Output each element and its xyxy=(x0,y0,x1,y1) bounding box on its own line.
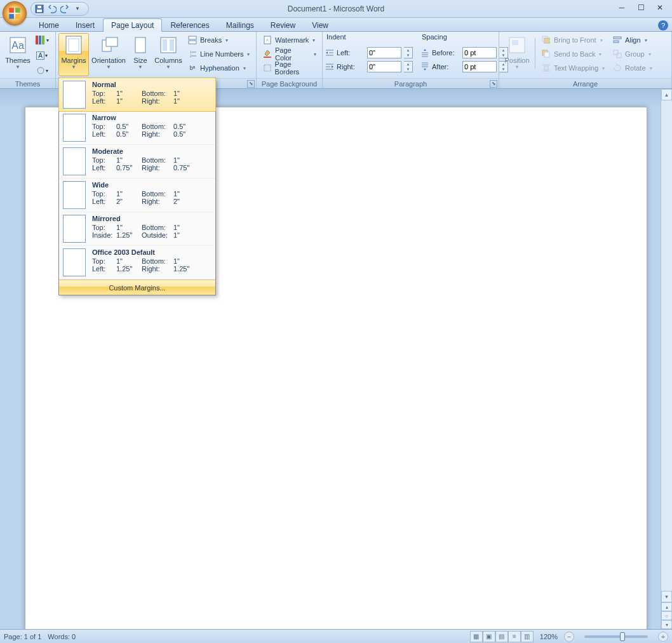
align-button[interactable]: Align▾ xyxy=(609,33,655,47)
svg-point-13 xyxy=(37,67,44,74)
tab-view[interactable]: View xyxy=(304,18,337,32)
zoom-slider-thumb[interactable] xyxy=(620,632,625,641)
office-button[interactable] xyxy=(3,1,27,25)
margin-option-normal[interactable]: Normal Top:1"Bottom:1" Left:1"Right:1" xyxy=(58,78,216,112)
watermark-icon: A xyxy=(262,35,272,45)
indent-left-spinner[interactable]: ▲▼ xyxy=(404,47,413,58)
draft-view-button[interactable]: ▥ xyxy=(521,631,534,642)
outline-view-button[interactable]: ≡ xyxy=(508,631,521,642)
page-setup-launcher[interactable]: ⬊ xyxy=(247,80,255,88)
indent-right-icon xyxy=(325,62,334,71)
svg-rect-3 xyxy=(9,14,14,19)
text-wrapping-button[interactable]: Text Wrapping▾ xyxy=(538,61,608,75)
tab-references[interactable]: References xyxy=(162,18,217,32)
browse-object-button[interactable]: ○ xyxy=(661,611,672,620)
paragraph-launcher[interactable]: ⬊ xyxy=(490,80,497,88)
custom-margins-button[interactable]: Custom Margins... xyxy=(59,280,215,295)
bring-to-front-button[interactable]: Bring to Front▾ xyxy=(538,33,608,47)
redo-icon[interactable] xyxy=(59,3,71,15)
tab-home[interactable]: Home xyxy=(30,18,67,32)
svg-rect-53 xyxy=(614,37,621,39)
columns-icon xyxy=(158,35,178,55)
close-button[interactable]: ✕ xyxy=(650,1,669,14)
svg-rect-50 xyxy=(544,66,548,70)
svg-rect-31 xyxy=(264,65,271,71)
group-button[interactable]: Group▾ xyxy=(609,47,655,61)
zoom-in-button[interactable]: + xyxy=(658,632,668,642)
breaks-button[interactable]: Breaks▾ xyxy=(184,33,253,47)
indent-left-input[interactable] xyxy=(367,47,401,58)
full-screen-view-button[interactable]: ▣ xyxy=(483,631,495,642)
send-to-back-button[interactable]: Send to Back▾ xyxy=(538,47,608,61)
svg-rect-46 xyxy=(544,38,549,43)
orientation-button[interactable]: Orientation ▼ xyxy=(90,33,127,76)
size-button[interactable]: Size ▼ xyxy=(128,33,152,76)
tab-review[interactable]: Review xyxy=(262,18,304,32)
tab-mailings[interactable]: Mailings xyxy=(218,18,262,32)
save-icon[interactable] xyxy=(34,3,45,15)
zoom-slider[interactable] xyxy=(584,635,648,638)
spacing-after-icon xyxy=(420,62,429,71)
themes-button[interactable]: Aa Themes ▼ xyxy=(3,33,33,76)
svg-rect-1 xyxy=(9,8,14,13)
svg-rect-2 xyxy=(15,8,20,13)
qat-customize-icon[interactable]: ▼ xyxy=(72,3,83,15)
svg-rect-20 xyxy=(163,39,167,51)
svg-rect-22 xyxy=(189,36,196,39)
status-page[interactable]: Page: 1 of 1 xyxy=(4,633,41,640)
position-button[interactable]: Position ▼ xyxy=(502,33,532,76)
zoom-level[interactable]: 120% xyxy=(540,633,558,640)
scroll-up-button[interactable]: ▲ xyxy=(661,89,672,100)
svg-rect-54 xyxy=(614,41,619,43)
group-label-themes: Themes xyxy=(0,78,55,88)
maximize-button[interactable]: ☐ xyxy=(631,1,650,14)
svg-rect-45 xyxy=(512,40,518,45)
status-words[interactable]: Words: 0 xyxy=(48,633,76,640)
line-numbers-button[interactable]: 12Line Numbers▾ xyxy=(184,47,253,61)
hyphenation-icon: bª xyxy=(187,63,198,73)
vertical-scrollbar[interactable]: ▲ ▼ ▴ ○ ▾ xyxy=(661,89,672,629)
svg-rect-12 xyxy=(42,36,44,44)
svg-rect-18 xyxy=(135,37,145,53)
hyphenation-button[interactable]: bªHyphenation▾ xyxy=(184,61,253,75)
group-label-paragraph: Paragraph⬊ xyxy=(323,78,499,88)
watermark-button[interactable]: AWatermark▾ xyxy=(259,33,319,47)
prev-page-button[interactable]: ▴ xyxy=(661,602,672,611)
rotate-button[interactable]: Rotate▾ xyxy=(609,61,655,75)
group-icon xyxy=(612,49,622,59)
spacing-before-input[interactable] xyxy=(462,47,497,58)
margin-option-wide[interactable]: Wide Top:1"Bottom:1" Left:2"Right:2" xyxy=(59,179,215,212)
scroll-down-button[interactable]: ▼ xyxy=(661,591,672,602)
spacing-label: Spacing xyxy=(420,33,508,46)
margins-button[interactable]: Margins ▼ xyxy=(58,33,89,76)
svg-text:2: 2 xyxy=(190,54,192,58)
indent-right-input[interactable] xyxy=(367,61,401,72)
columns-button[interactable]: Columns ▼ xyxy=(154,33,183,76)
margin-option-office2003[interactable]: Office 2003 Default Top:1"Bottom:1" Left… xyxy=(59,246,215,280)
svg-rect-21 xyxy=(170,39,174,51)
margin-option-mirrored[interactable]: Mirrored Top:1"Bottom:1" Inside:1.25"Out… xyxy=(59,212,215,246)
theme-fonts-button[interactable]: A▾ xyxy=(34,48,50,62)
page-borders-button[interactable]: Page Borders xyxy=(259,61,319,75)
theme-effects-button[interactable]: ▾ xyxy=(34,64,50,78)
align-icon xyxy=(612,35,622,45)
tab-insert[interactable]: Insert xyxy=(67,18,103,32)
margin-option-moderate[interactable]: Moderate Top:1"Bottom:1" Left:0.75"Right… xyxy=(59,145,215,179)
print-layout-view-button[interactable]: ▦ xyxy=(470,631,483,642)
page-color-button[interactable]: Page Color▾ xyxy=(259,47,319,61)
margin-option-narrow[interactable]: Narrow Top:0.5"Bottom:0.5" Left:0.5"Righ… xyxy=(59,111,215,145)
spacing-after-input[interactable] xyxy=(462,61,497,72)
help-icon[interactable]: ? xyxy=(658,20,668,30)
next-page-button[interactable]: ▾ xyxy=(661,620,672,629)
group-label-arrange: Arrange xyxy=(499,78,671,88)
indent-right-spinner[interactable]: ▲▼ xyxy=(404,61,413,72)
theme-colors-button[interactable]: ▾ xyxy=(34,33,50,47)
tab-page-layout[interactable]: Page Layout xyxy=(103,18,162,32)
svg-rect-7 xyxy=(37,6,41,8)
margin-preview-icon xyxy=(63,114,86,142)
undo-icon[interactable] xyxy=(46,3,58,15)
zoom-out-button[interactable]: − xyxy=(564,632,574,642)
minimize-button[interactable]: ─ xyxy=(612,1,631,14)
view-buttons: ▦ ▣ ▤ ≡ ▥ xyxy=(470,631,534,642)
web-layout-view-button[interactable]: ▤ xyxy=(495,631,508,642)
